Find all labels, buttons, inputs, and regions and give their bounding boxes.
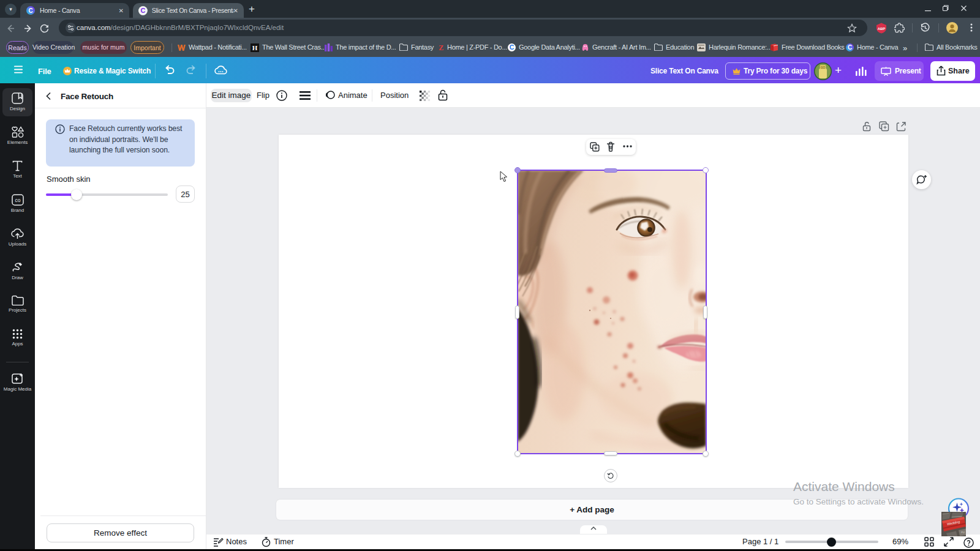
svg-text:C: C [510,43,514,51]
svg-text:Z: Z [439,43,443,51]
svg-text:co: co [15,197,20,203]
svg-text:C: C [141,7,146,14]
svg-text:C: C [28,7,32,14]
svg-text:ABP: ABP [878,27,886,31]
svg-text:C: C [848,44,852,51]
svg-text:H: H [252,44,258,51]
svg-text:PU: PU [961,531,965,534]
svg-text:GO: GO [821,66,826,69]
